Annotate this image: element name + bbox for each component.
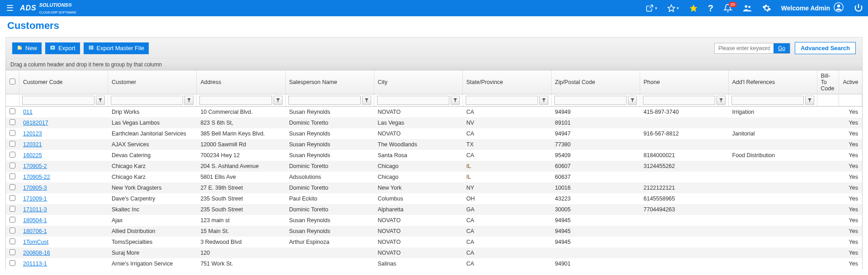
table-row: 120321 AJAX Services 12000 Sawmill Rd Su… [6, 139, 862, 150]
welcome-user[interactable]: Welcome Admin [781, 2, 844, 14]
col-header-billto[interactable]: Bill-To Code [817, 70, 839, 94]
filter-phone-icon[interactable] [717, 96, 726, 105]
row-checkbox[interactable] [9, 141, 15, 147]
customer-code-link[interactable]: 180706-1 [23, 228, 47, 234]
cell-customer: Dave's Carpentry [108, 193, 197, 204]
customer-code-link[interactable]: 120123 [23, 131, 42, 137]
star-filled-icon[interactable] [689, 4, 698, 13]
row-checkbox[interactable] [9, 184, 15, 190]
notifications-icon[interactable]: 20 [723, 4, 732, 13]
filter-zip-icon[interactable] [628, 96, 637, 105]
table-row: 011 Drip Works 10 Commercial Blvd. Susan… [6, 107, 862, 118]
customer-code-link[interactable]: 011 [23, 109, 33, 115]
col-header-phone[interactable]: Phone [640, 70, 728, 94]
filter-address-input[interactable] [199, 96, 272, 105]
row-checkbox[interactable] [9, 206, 15, 212]
table-row: 200808-16 Suraj More 120 NOVATO CA Yes [6, 247, 862, 258]
filter-code-icon[interactable] [96, 96, 105, 105]
col-header-active[interactable]: Active [839, 70, 862, 94]
col-header-city[interactable]: City [374, 70, 462, 94]
customer-code-link[interactable]: 170905-3 [23, 185, 47, 191]
gear-icon[interactable] [762, 4, 771, 13]
select-all-checkbox[interactable] [9, 79, 15, 84]
cell-zip: 77380 [551, 139, 640, 150]
group-by-hint[interactable]: Drag a column header and drop it here to… [5, 59, 863, 70]
cell-billto [817, 139, 839, 150]
filter-city-icon[interactable] [451, 96, 460, 105]
share-icon[interactable] [646, 4, 657, 12]
cell-ref [728, 237, 817, 247]
cell-salesperson [285, 258, 374, 269]
row-checkbox[interactable] [9, 152, 15, 158]
export-master-icon [88, 45, 94, 52]
customer-code-link[interactable]: 201113-1 [23, 261, 47, 267]
customer-code-link[interactable]: 170905-22 [23, 174, 50, 180]
row-checkbox[interactable] [9, 108, 15, 114]
filter-address-icon[interactable] [274, 96, 283, 105]
cell-state: IL [462, 172, 551, 182]
filter-ref-input[interactable] [731, 96, 804, 105]
export-button[interactable]: Export [45, 42, 80, 54]
filter-code-input[interactable] [22, 96, 94, 105]
cell-zip: 43223 [551, 193, 640, 204]
row-checkbox[interactable] [9, 130, 15, 136]
col-header-customer[interactable]: Customer [108, 70, 197, 94]
col-header-zip[interactable]: Zip/Postal Code [551, 70, 640, 94]
cell-active: Yes [839, 226, 862, 237]
row-checkbox[interactable] [9, 119, 15, 125]
customer-code-link[interactable]: 171011-3 [23, 206, 47, 213]
new-button[interactable]: New [12, 42, 42, 54]
customer-code-link[interactable]: 170905-2 [23, 163, 47, 169]
col-header-state[interactable]: State/Province [462, 70, 551, 94]
col-header-code[interactable]: Customer Code [19, 70, 108, 94]
cell-billto [817, 247, 839, 258]
customer-code-link[interactable]: 180504-1 [23, 217, 47, 224]
row-checkbox[interactable] [9, 217, 15, 223]
users-icon[interactable] [742, 3, 752, 13]
filter-city-input[interactable] [377, 96, 449, 105]
row-checkbox[interactable] [9, 238, 15, 244]
cell-phone: 2122122121 [640, 182, 728, 193]
export-master-button[interactable]: Export Master File [84, 42, 149, 54]
col-header-address[interactable]: Address [197, 70, 285, 94]
filter-zip-input[interactable] [554, 96, 627, 105]
customer-code-link[interactable]: 08182017 [23, 120, 48, 126]
col-header-salesperson[interactable]: Salesperson Name [285, 70, 374, 94]
cell-ref [728, 204, 817, 215]
customer-code-link[interactable]: 171009-1 [23, 196, 47, 202]
cell-address: 700234 Hwy 12 [197, 150, 285, 161]
filter-phone-input[interactable] [643, 96, 715, 105]
row-checkbox[interactable] [9, 249, 15, 255]
cell-phone: 7704494263 [640, 204, 728, 215]
row-checkbox[interactable] [9, 260, 15, 266]
customer-code-link[interactable]: 1TomCust [23, 239, 48, 245]
row-checkbox[interactable] [9, 163, 15, 168]
search-input[interactable] [715, 43, 774, 53]
cell-zip: 94945 [551, 237, 640, 247]
cell-ref [728, 182, 817, 193]
col-header-ref[interactable]: Add'l References [728, 70, 817, 94]
filter-ref-icon[interactable] [805, 96, 814, 105]
row-checkbox[interactable] [9, 195, 15, 201]
advanced-search-button[interactable]: Advanced Search [795, 42, 856, 54]
cell-phone: 415-897-3740 [640, 107, 728, 118]
filter-state-input[interactable] [466, 96, 538, 105]
help-icon[interactable]: ? [708, 3, 713, 14]
filter-customer-input[interactable] [111, 96, 183, 105]
power-icon[interactable] [854, 3, 863, 13]
cell-address: 5801 Ellis Ave [197, 172, 285, 182]
logo[interactable]: ADS SOLUTIONS® CLOUD ERP SOFTWARE [20, 1, 76, 15]
filter-state-icon[interactable] [539, 96, 548, 105]
star-outline-icon[interactable] [667, 4, 679, 12]
row-checkbox[interactable] [9, 173, 15, 179]
cell-zip: 94949 [551, 107, 640, 118]
go-button[interactable]: Go [774, 43, 790, 53]
filter-customer-icon[interactable] [184, 96, 193, 105]
customer-code-link[interactable]: 120321 [23, 141, 42, 148]
row-checkbox[interactable] [9, 228, 15, 233]
filter-sales-icon[interactable] [362, 96, 371, 105]
menu-icon[interactable]: ☰ [5, 3, 15, 13]
filter-sales-input[interactable] [288, 96, 361, 105]
customer-code-link[interactable]: 160225 [23, 152, 42, 158]
customer-code-link[interactable]: 200808-16 [23, 250, 50, 256]
